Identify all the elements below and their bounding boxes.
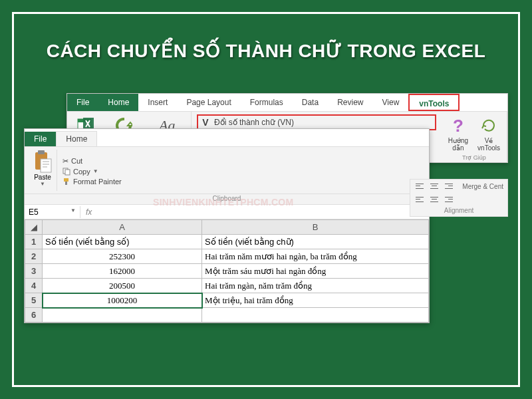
cell[interactable]: 252300 <box>43 249 202 264</box>
paintbrush-icon <box>63 178 70 186</box>
cell[interactable]: 1000200 <box>43 293 202 308</box>
cell[interactable]: Hai trăm năm mươi hai ngàn, ba trăm đồng <box>202 249 429 264</box>
svg-rect-6 <box>38 150 45 154</box>
align-bottom-left-icon[interactable] <box>414 195 425 204</box>
group-label-help: Trợ Giúp <box>447 154 501 161</box>
worksheet[interactable]: ◢ A B 1 Số tiền (viết bằng số) Số tiền (… <box>25 219 429 323</box>
tab-page-layout[interactable]: Page Layout <box>177 94 240 111</box>
cut-button[interactable]: ✂Cut <box>63 157 122 166</box>
paste-button[interactable]: Paste▼ <box>29 150 57 191</box>
excel-tab-home[interactable]: Home <box>56 131 97 146</box>
col-header-b[interactable]: B <box>202 220 429 235</box>
tab-formulas[interactable]: Formulas <box>241 94 293 111</box>
btn-about[interactable]: Về vnTools <box>476 114 501 153</box>
tab-vntools[interactable]: vnTools <box>408 94 460 111</box>
align-center-icon[interactable] <box>429 182 440 191</box>
merge-cells-button[interactable]: Merge & Cent <box>462 183 503 190</box>
svg-rect-10 <box>64 178 68 182</box>
cell[interactable]: Hai trăm ngàn, năm trăm đồng <box>202 279 429 293</box>
align-bottom-right-icon[interactable] <box>444 195 454 204</box>
tab-review[interactable]: Review <box>328 94 372 111</box>
align-left-icon[interactable] <box>414 182 425 191</box>
btn-help[interactable]: ? Hướng dẫn <box>447 114 469 153</box>
alignment-group: Merge & Cent Alignment <box>410 179 508 217</box>
row-header[interactable]: 6 <box>25 308 43 323</box>
align-right-icon[interactable] <box>444 182 454 191</box>
help-icon: ? <box>448 116 468 136</box>
cell[interactable]: Số tiền (viết bằng chữ) <box>202 235 429 249</box>
cell[interactable] <box>202 308 429 323</box>
svg-rect-7 <box>41 159 51 172</box>
excel-tab-file[interactable]: File <box>25 132 56 146</box>
tab-insert[interactable]: Insert <box>138 94 177 111</box>
cell[interactable]: 162000 <box>43 264 202 279</box>
refresh-circle-icon <box>479 116 499 136</box>
select-all-corner[interactable]: ◢ <box>25 220 43 235</box>
name-box[interactable]: E5 ▼ <box>25 206 80 218</box>
fx-icon: fx <box>86 207 92 217</box>
copy-button[interactable]: Copy ▼ <box>63 168 122 176</box>
cell[interactable]: Số tiền (viết bằng số) <box>43 235 202 249</box>
cell[interactable]: Một trăm sáu mươi hai ngàn đồng <box>202 264 429 279</box>
copy-icon <box>63 168 70 176</box>
svg-rect-9 <box>65 170 70 175</box>
cell[interactable]: 200500 <box>43 279 202 293</box>
tab-file[interactable]: File <box>67 94 98 111</box>
svg-rect-11 <box>65 182 67 185</box>
col-header-a[interactable]: A <box>43 220 202 235</box>
row-header[interactable]: 1 <box>25 235 43 249</box>
row-header[interactable]: 4 <box>25 279 43 293</box>
clipboard-paste-icon <box>33 150 53 174</box>
scissors-icon: ✂ <box>63 157 68 166</box>
excel-window: File Home Paste▼ ✂Cut Copy ▼ Format Pain… <box>24 128 430 323</box>
letter-v-icon: V <box>201 117 210 128</box>
chevron-down-icon: ▼ <box>70 207 76 213</box>
watermark: SINHVIENKINHTETPHCM.COM <box>153 197 293 207</box>
row-header[interactable]: 2 <box>25 249 43 264</box>
cell[interactable]: Một triệu, hai trăm đồng <box>202 293 429 308</box>
formula-bar[interactable]: fx <box>80 207 97 217</box>
chevron-down-icon: ▼ <box>93 168 98 174</box>
tab-data[interactable]: Data <box>293 94 328 111</box>
cell[interactable] <box>43 308 202 323</box>
row-header[interactable]: 3 <box>25 264 43 279</box>
page-title: CÁCH CHUYỂN SỐ THÀNH CHỮ TRONG EXCEL <box>0 40 532 62</box>
tab-view[interactable]: View <box>373 94 409 111</box>
group-label-alignment: Alignment <box>410 206 507 216</box>
row-header[interactable]: 5 <box>25 293 43 308</box>
tab-home[interactable]: Home <box>98 94 138 111</box>
chevron-down-icon: ▼ <box>40 181 45 187</box>
align-bottom-center-icon[interactable] <box>429 195 440 204</box>
vntools-tabstrip: File Home Insert Page Layout Formulas Da… <box>67 94 507 111</box>
format-painter-button[interactable]: Format Painter <box>63 178 122 186</box>
